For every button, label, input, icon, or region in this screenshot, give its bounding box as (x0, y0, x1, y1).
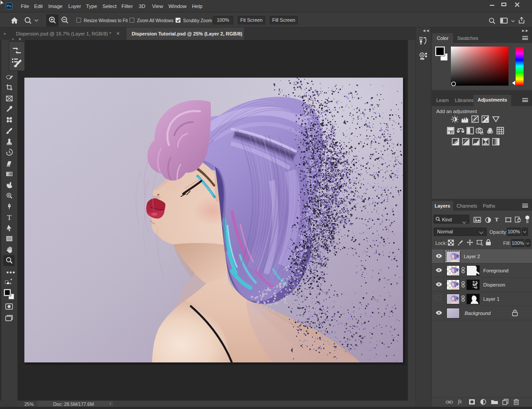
svg-text:T: T (7, 214, 12, 221)
